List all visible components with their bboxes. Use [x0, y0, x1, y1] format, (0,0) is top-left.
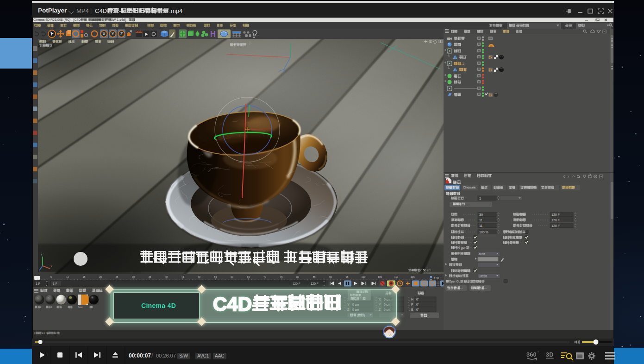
svg-text:105: 105: [378, 276, 382, 278]
svg-text:B: B: [411, 308, 413, 311]
svg-text:0°: 0°: [416, 298, 419, 301]
svg-text:60: 60: [231, 276, 233, 278]
svg-text:Z: Z: [379, 308, 381, 311]
svg-text:5: 5: [50, 276, 52, 278]
svg-text:1 F: 1 F: [36, 282, 40, 285]
svg-text:120 F: 120 F: [551, 224, 560, 227]
svg-text:1 F: 1 F: [53, 282, 57, 285]
svg-text:95: 95: [345, 276, 348, 278]
svg-text:Y: Y: [112, 31, 114, 36]
svg-text:11: 11: [479, 224, 482, 227]
svg-text:0°: 0°: [416, 303, 419, 306]
svg-text:115: 115: [411, 276, 415, 278]
svg-text:25: 25: [115, 276, 118, 278]
svg-text:0 cm: 0 cm: [352, 303, 359, 306]
svg-text:3D: 3D: [546, 351, 554, 358]
svg-text:75: 75: [280, 276, 282, 278]
svg-text:0 cm: 0 cm: [384, 303, 390, 306]
svg-text:Z: Z: [347, 308, 350, 311]
svg-text:120 F: 120 F: [311, 282, 319, 285]
svg-text:0 cm: 0 cm: [384, 298, 390, 301]
svg-text:Z: Z: [120, 31, 123, 36]
svg-text:X: X: [103, 31, 106, 36]
svg-text:100 %: 100 %: [479, 231, 488, 234]
svg-text:X: X: [379, 298, 381, 301]
svg-text:0°: 0°: [416, 308, 419, 311]
svg-text:40: 40: [165, 276, 168, 278]
svg-text:120 F: 120 F: [434, 276, 442, 280]
svg-text:20: 20: [99, 276, 102, 278]
svg-text:85: 85: [313, 276, 315, 278]
svg-text:sRGB: sRGB: [479, 275, 487, 278]
svg-text:1: 1: [479, 197, 481, 200]
svg-text:65: 65: [247, 276, 250, 278]
svg-text:120 F: 120 F: [551, 213, 560, 216]
svg-text:30: 30: [479, 213, 483, 216]
svg-text:80: 80: [296, 276, 299, 278]
svg-text:120 F: 120 F: [551, 219, 560, 222]
svg-text:Y: Y: [347, 303, 350, 306]
svg-text:30: 30: [132, 276, 135, 278]
svg-text:Z: Z: [39, 269, 41, 271]
svg-text:35: 35: [148, 276, 151, 278]
svg-text:360: 360: [526, 351, 537, 358]
svg-text:H: H: [411, 298, 413, 301]
svg-text:0 cm: 0 cm: [352, 308, 359, 311]
svg-text:10: 10: [66, 276, 69, 278]
svg-text:55: 55: [214, 276, 217, 278]
svg-text:Y: Y: [41, 253, 43, 256]
svg-text:0 cm: 0 cm: [384, 308, 390, 311]
svg-text:Y: Y: [379, 303, 381, 306]
svg-text:P: P: [431, 282, 433, 285]
svg-text:70: 70: [263, 276, 266, 278]
svg-text:110: 110: [394, 276, 399, 278]
svg-text:90: 90: [329, 276, 332, 278]
svg-text:120 F: 120 F: [293, 282, 300, 285]
svg-text:15: 15: [82, 276, 85, 278]
svg-text:100: 100: [361, 276, 365, 278]
svg-text:X: X: [50, 265, 52, 268]
svg-text:60%: 60%: [479, 252, 485, 256]
svg-text:11: 11: [479, 219, 482, 222]
svg-text:°: °: [538, 351, 539, 354]
svg-text:45: 45: [181, 276, 184, 278]
svg-text:P: P: [411, 303, 413, 306]
svg-text:50: 50: [198, 276, 200, 278]
